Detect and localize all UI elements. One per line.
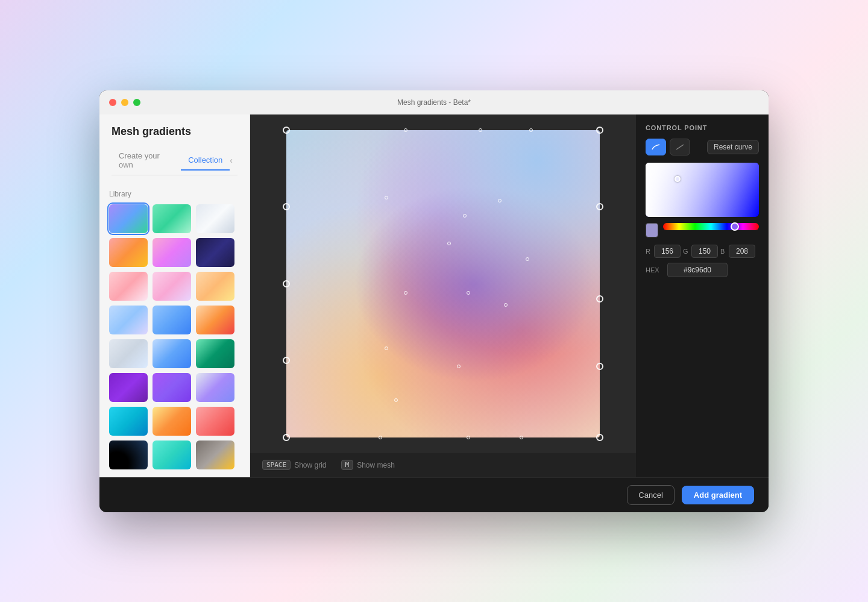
hex-label: HEX (646, 266, 662, 274)
thumb-1[interactable] (109, 204, 148, 233)
window-title: Mesh gradients - Beta* (397, 98, 471, 107)
thumb-19[interactable] (109, 407, 148, 436)
right-panel: CONTROL POINT Reset curve (636, 114, 769, 477)
cp-inner-4[interactable] (447, 242, 451, 245)
tab-create-your-own[interactable]: Create your own (112, 146, 181, 175)
cp-bottom-1[interactable] (379, 436, 382, 439)
cp-left-3[interactable] (283, 357, 290, 364)
left-panel: Mesh gradients Create your own Collectio… (99, 114, 250, 477)
cp-inner-2[interactable] (463, 214, 467, 218)
thumb-6[interactable] (196, 238, 234, 267)
canvas-area[interactable] (250, 114, 636, 453)
hex-value[interactable]: #9c96d0 (667, 263, 728, 277)
thumb-11[interactable] (153, 306, 191, 334)
b-label: B (720, 248, 726, 255)
tab-collection[interactable]: Collection (181, 151, 230, 171)
thumb-18[interactable] (196, 373, 234, 402)
cp-top-3[interactable] (529, 128, 533, 132)
reset-curve-button[interactable]: Reset curve (707, 140, 759, 154)
tab-arrow[interactable]: ‹ (230, 155, 233, 165)
cp-right-3[interactable] (596, 363, 603, 370)
thumb-14[interactable] (153, 339, 191, 368)
thumb-20[interactable] (153, 407, 191, 436)
thumbnail-row-8 (109, 441, 240, 469)
thumb-5[interactable] (153, 238, 191, 267)
cp-top-left[interactable] (283, 127, 290, 134)
color-swatch[interactable] (646, 223, 658, 237)
thumbnail-row-2 (109, 238, 240, 267)
color-picker-box[interactable] (646, 163, 759, 217)
canvas-bottom-bar: SPACE Show grid M Show mesh (250, 453, 636, 477)
cp-top-1[interactable] (404, 128, 407, 132)
panel-title: Mesh gradients (112, 125, 237, 138)
curve-ease-icon (676, 144, 684, 150)
thumb-3[interactable] (196, 204, 234, 233)
thumbnail-row-4 (109, 306, 240, 334)
thumb-17[interactable] (153, 373, 191, 402)
cp-inner-5[interactable] (526, 257, 529, 261)
cp-right-1[interactable] (596, 203, 603, 210)
thumb-16[interactable] (109, 373, 148, 402)
cp-inner-11[interactable] (394, 398, 398, 402)
thumb-13[interactable] (109, 339, 148, 368)
thumb-12[interactable] (196, 306, 234, 334)
cp-inner-1[interactable] (385, 196, 388, 199)
thumb-24[interactable] (196, 441, 234, 469)
curve-btn-ease[interactable] (670, 139, 690, 155)
hue-strip[interactable] (663, 223, 759, 230)
thumb-9[interactable] (196, 272, 234, 301)
cp-bottom-3[interactable] (520, 436, 523, 439)
thumb-21[interactable] (196, 407, 234, 436)
cp-left-bottom[interactable] (283, 434, 290, 441)
show-grid-label: Show grid (294, 461, 326, 469)
b-value[interactable]: 208 (729, 245, 755, 258)
bottom-bar: Cancel Add gradient (99, 477, 769, 512)
thumb-4[interactable] (109, 238, 148, 267)
cp-right-bottom[interactable] (596, 434, 603, 441)
thumb-15[interactable] (196, 339, 234, 368)
library-label: Library (109, 190, 240, 198)
m-key: M (341, 460, 354, 470)
cancel-button[interactable]: Cancel (627, 485, 674, 505)
r-value[interactable]: 156 (654, 245, 681, 258)
cp-left-1[interactable] (283, 203, 290, 210)
g-value[interactable]: 150 (691, 245, 718, 258)
control-point-heading: CONTROL POINT (646, 124, 759, 131)
cp-inner-3[interactable] (498, 199, 502, 202)
library-section: Library (99, 183, 250, 477)
cp-right-2[interactable] (596, 295, 603, 303)
tabs-row: Create your own Collection ‹ (112, 146, 237, 175)
thumb-7[interactable] (109, 272, 148, 301)
cp-left-2[interactable] (283, 280, 290, 287)
rgb-row: R 156 G 150 B 208 (646, 245, 759, 258)
minimize-button[interactable] (121, 99, 128, 106)
thumb-10[interactable] (109, 306, 148, 334)
cp-top-right[interactable] (596, 127, 603, 134)
thumb-2[interactable] (153, 204, 191, 233)
gradient-canvas[interactable] (286, 130, 600, 437)
hue-handle[interactable] (731, 222, 739, 231)
add-gradient-button[interactable]: Add gradient (682, 486, 754, 504)
cp-inner-10[interactable] (457, 365, 461, 368)
show-mesh-hint: M Show mesh (341, 460, 395, 470)
show-grid-hint: SPACE Show grid (262, 460, 327, 470)
fullscreen-button[interactable] (133, 99, 140, 106)
app-window: Mesh gradients - Beta* Mesh gradients Cr… (99, 90, 769, 512)
thumb-23[interactable] (153, 441, 191, 469)
cp-inner-7[interactable] (467, 291, 470, 295)
cp-top-2[interactable] (479, 128, 482, 132)
cp-inner-9[interactable] (385, 346, 388, 350)
traffic-lights (109, 99, 140, 106)
cp-bottom-2[interactable] (467, 436, 470, 439)
close-button[interactable] (109, 99, 116, 106)
thumbnail-row-5 (109, 339, 240, 368)
curve-controls: Reset curve (646, 139, 759, 155)
color-picker-handle[interactable] (675, 176, 681, 182)
thumb-22[interactable] (109, 441, 148, 469)
curve-btn-linear[interactable] (646, 139, 666, 155)
space-key: SPACE (262, 460, 291, 470)
thumb-8[interactable] (153, 272, 191, 301)
cp-inner-8[interactable] (504, 303, 508, 307)
cp-inner-6[interactable] (404, 291, 407, 295)
g-label: G (683, 248, 689, 255)
